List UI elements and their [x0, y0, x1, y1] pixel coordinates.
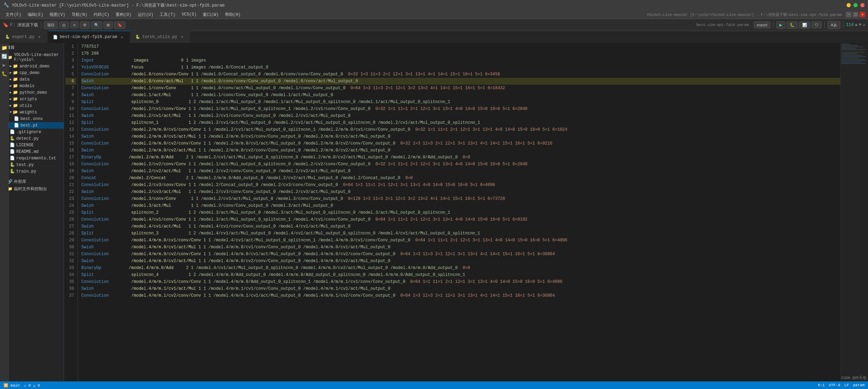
l3-t1: Input	[81, 57, 94, 64]
tab-close-export[interactable]: ✕	[37, 34, 42, 40]
sidebar-folder-data[interactable]: ▶ 📁 data	[0, 76, 64, 83]
ln-17: 17	[65, 154, 76, 161]
menu-window[interactable]: 窗口(W)	[200, 11, 221, 18]
chevron-up[interactable]: ▲	[855, 22, 857, 27]
train-label: train.py	[16, 169, 36, 174]
l29-t2: /model.4/m/m.0/cv1/conv/Conv	[131, 237, 201, 244]
sidebar-file-pt[interactable]: 📄 best.pt	[0, 122, 64, 129]
profile-button[interactable]: 📊	[799, 21, 810, 29]
sidebar-file-readme[interactable]: 📄 README.md	[0, 148, 64, 155]
maximize-btn[interactable]	[853, 3, 858, 7]
tab-export-py[interactable]: 🐍 export.py ✕	[0, 31, 48, 43]
l29-t4: 0=64 1=1 11=1 2=1 12=1 3=1 13=1 4=0 14=0…	[410, 237, 568, 244]
menu-navigate[interactable]: 导航(N)	[69, 11, 90, 18]
win-max[interactable]: □	[853, 12, 858, 17]
sidebar-icon-vcs[interactable]: 🔄	[1, 54, 7, 59]
data-label: data	[19, 77, 29, 82]
l20-sp	[96, 175, 129, 182]
code-editor[interactable]: 1 2 3 4 5 6 7 8 9 10 11 12 13 14 15 16 1…	[64, 43, 868, 389]
code-line-32: Swish /model.4/m/m.0/cv2/act/Mul 1 1 /mo…	[81, 258, 840, 265]
run-button[interactable]: ▶	[776, 21, 785, 29]
toolbar-btn-commit[interactable]: ◎	[59, 21, 69, 29]
translate-button[interactable]: Aあ	[828, 21, 840, 29]
l25-t1: Split	[81, 209, 94, 216]
sidebar-folder-python[interactable]: ▶ 📁 python_demo	[0, 89, 64, 96]
menu-help[interactable]: 帮助(H)	[222, 11, 244, 18]
l27-sp	[94, 223, 131, 230]
menu-vcs[interactable]: VCS(S)	[179, 11, 199, 18]
temp-label: 临时文件和控制台	[14, 186, 47, 192]
toolbar-btn-terminal[interactable]: ⊞	[103, 21, 113, 29]
menu-tools[interactable]: 工具(T)	[157, 11, 178, 18]
win-close[interactable]: ✕	[860, 12, 865, 17]
l27-t3: 1 1 /model.4/cv1/conv/Conv_output_0 /mod…	[189, 223, 351, 230]
sidebar-file-train[interactable]: 🐍 train.py	[0, 168, 64, 175]
l36-sp2	[196, 285, 198, 292]
sidebar-file-requirements[interactable]: 📄 requirements.txt	[0, 155, 64, 161]
tab-best-param[interactable]: 📄 best-sim-opt-fp16.param ✕	[48, 31, 130, 43]
sidebar-file-onnx[interactable]: 📄 best.onnx	[0, 115, 64, 122]
l23-t2: /model.3/conv/Conv	[131, 195, 176, 202]
sidebar-file-test[interactable]: 🐍 test.py	[0, 161, 64, 168]
sidebar-folder-weights[interactable]: ▼ 📂 weights	[0, 109, 64, 115]
sidebar-folder-models[interactable]: ▶ 📁 models	[0, 83, 64, 89]
minimize-btn[interactable]	[847, 3, 851, 7]
toolbar-btn-settings[interactable]: ⚙	[80, 21, 90, 29]
sidebar-folder-utils[interactable]: ▶ 📁 utils	[0, 102, 64, 109]
sidebar-folder-scripts[interactable]: ▶ 📁 scripts	[0, 96, 64, 102]
title-bar-controls	[847, 3, 865, 7]
l36-t2: /model.4/m/m.1/cv1/act/Mul	[131, 285, 196, 292]
debug-button[interactable]: 🐛	[787, 21, 798, 29]
tab-torch-utils[interactable]: 🐍 torch_utils.py ✕	[130, 31, 190, 43]
menu-edit[interactable]: 编辑(E)	[25, 11, 46, 18]
sidebar-file-gitignore[interactable]: 📄 .gitignore	[0, 129, 64, 135]
status-git: 🔀 main	[3, 383, 20, 388]
toolbar-btn-structure[interactable]: ≡	[70, 21, 79, 28]
toolbar-btn-search[interactable]: 🔍	[91, 21, 102, 29]
menu-refactor[interactable]: 重构(O)	[113, 11, 134, 18]
l23-t1: Convolution	[81, 195, 109, 202]
sidebar-folder-cpp[interactable]: ▶ 📁 cpp_demo	[0, 70, 64, 76]
scripts-label: scripts	[19, 97, 37, 102]
toolbar-btn-bookmark[interactable]: 🔖	[114, 21, 125, 29]
sidebar-external-libs[interactable]: ▶ 🔗 外部库	[0, 178, 64, 185]
tab-close-param[interactable]: ✕	[119, 34, 125, 40]
menu-run[interactable]: 运行(U)	[135, 11, 156, 18]
code-line-1: 7767517	[81, 43, 840, 50]
ln-35: 35	[65, 278, 76, 285]
close-search[interactable]: ✕	[863, 22, 865, 28]
sidebar-project-header[interactable]: ▼ 项目	[0, 43, 64, 52]
l17-t3: 2 1 /model.2/cv1/act/Mul_output_0_splitn…	[186, 154, 458, 161]
export-button[interactable]: export	[754, 21, 771, 28]
menu-view[interactable]: 视图(V)	[47, 11, 68, 18]
l15-sp	[109, 140, 131, 147]
coverage-button[interactable]: 🛡	[812, 21, 822, 28]
sidebar-icon-project[interactable]: 📁	[1, 45, 7, 51]
sidebar-icon-debug[interactable]: 🐛	[1, 71, 7, 77]
win-min[interactable]: ─	[846, 12, 851, 17]
l26-t2: /model.4/cv1/conv/Conv	[131, 216, 186, 223]
toolbar-btn-project[interactable]: 项目	[44, 21, 58, 29]
l19-t1: Swish	[81, 168, 94, 175]
sidebar-root[interactable]: ▼ 📁 YOLOv5-Lite-master F:\yolo\	[0, 52, 64, 63]
sidebar-file-license[interactable]: 📄 LICENSE	[0, 142, 64, 148]
l33-t2: /model.4/m/m.0/Add	[129, 265, 174, 271]
chevron-down[interactable]: ▼	[859, 22, 861, 27]
sidebar-icon-run[interactable]: ▶	[3, 62, 6, 68]
status-line-ending: LF	[844, 383, 849, 387]
l22-sp	[94, 188, 131, 195]
tab-close-torch[interactable]: ✕	[179, 34, 185, 40]
code-line-30: Swish /model.4/m/m.0/cv1/act/Mul 1 1 /mo…	[81, 244, 840, 251]
sidebar-temp-files[interactable]: ▶ 📁 临时文件和控制台	[0, 185, 64, 193]
l5-t2: /model.0/conv/conv/Conv	[131, 71, 189, 78]
ln-25: 25	[65, 209, 76, 216]
sidebar-file-detect[interactable]: 🐍 detect.py	[0, 135, 64, 142]
menu-code[interactable]: 代码(C)	[91, 11, 112, 18]
close-btn[interactable]	[860, 3, 865, 7]
code-line-20: Concat /model.2/Concat 2 1 /model.2/m/m.…	[81, 175, 840, 182]
sidebar-folder-android[interactable]: ▶ 📁 android_demo	[0, 63, 64, 70]
l34-t2: splitncnn_4	[131, 271, 159, 278]
scripts-arrow: ▶	[10, 97, 11, 101]
menu-file[interactable]: 文件(F)	[3, 11, 24, 18]
ln-28: 28	[65, 230, 76, 237]
